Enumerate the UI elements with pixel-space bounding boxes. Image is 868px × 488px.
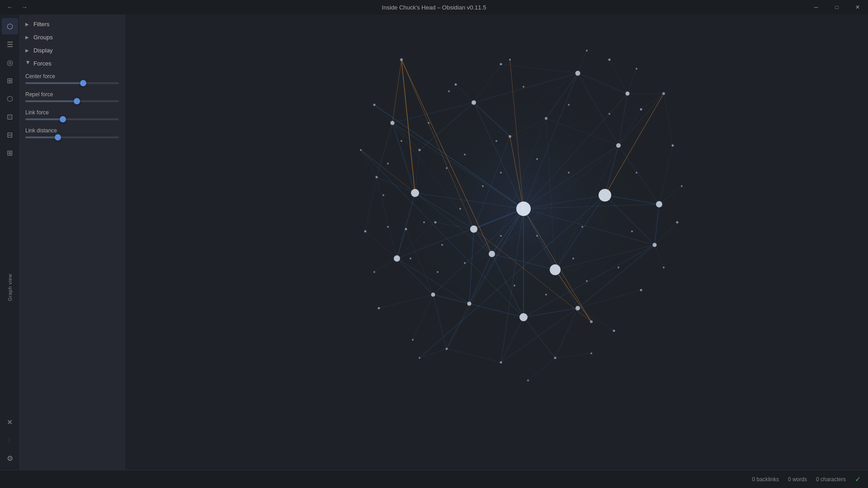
svg-point-192	[631, 230, 633, 232]
forces-header[interactable]: ▶ Forces	[20, 57, 124, 70]
svg-point-194	[609, 113, 610, 115]
svg-point-142	[446, 348, 448, 350]
backlinks-count: 0 backlinks	[752, 476, 779, 483]
svg-point-128	[609, 59, 611, 61]
svg-point-160	[626, 92, 630, 96]
svg-point-174	[519, 313, 528, 321]
sidebar-bottom: ✕ ⋮ ⚙	[2, 414, 18, 470]
back-button[interactable]: ←	[4, 1, 16, 14]
titlebar-nav: ← →	[4, 0, 31, 14]
svg-point-198	[482, 185, 484, 187]
svg-point-135	[663, 267, 665, 268]
char-count: 0 characters	[816, 476, 846, 483]
link-distance-thumb[interactable]	[55, 134, 61, 141]
svg-point-195	[568, 104, 570, 106]
filters-section: ▶ Filters	[20, 18, 124, 30]
svg-point-145	[378, 307, 380, 310]
sidebar-item-graph[interactable]: ⬡	[2, 18, 18, 34]
link-force-slider[interactable]	[25, 118, 119, 120]
window-controls: ─ □ ✕	[806, 0, 868, 14]
svg-point-204	[387, 163, 389, 164]
svg-point-161	[391, 121, 395, 125]
groups-label: Groups	[33, 34, 53, 41]
svg-point-157	[590, 320, 593, 323]
center-force-thumb[interactable]	[80, 80, 86, 86]
svg-point-181	[581, 226, 583, 228]
settings-icon[interactable]: ⚙	[2, 450, 18, 466]
link-force-item: Link force	[25, 109, 119, 120]
sidebar-item-network[interactable]: ⬡	[2, 90, 18, 107]
svg-point-156	[509, 135, 511, 138]
svg-point-163	[431, 293, 435, 297]
svg-point-166	[653, 243, 657, 247]
forces-chevron: ▶	[26, 61, 31, 66]
svg-point-183	[536, 235, 538, 237]
sidebar-item-table[interactable]: ⊞	[2, 145, 18, 161]
repel-force-thumb[interactable]	[74, 98, 80, 104]
svg-point-148	[360, 149, 362, 151]
svg-point-178	[500, 172, 502, 174]
svg-point-124	[448, 90, 450, 92]
svg-point-137	[613, 330, 615, 332]
close-panel-button[interactable]: ✕	[2, 414, 18, 430]
svg-point-155	[545, 117, 547, 120]
icon-sidebar: ⬡ ☰ ◎ ⊞ ⬡ ⊡ ⊟ ⊞ Graph view ✕ ⋮ ⚙	[0, 14, 20, 470]
svg-point-167	[411, 189, 419, 197]
titlebar: ← → Inside Chuck's Head – Obsidian v0.11…	[0, 0, 868, 14]
minimize-button[interactable]: ─	[806, 0, 826, 14]
forward-button[interactable]: →	[18, 1, 31, 14]
svg-point-150	[400, 58, 403, 61]
svg-point-189	[545, 294, 547, 296]
link-force-thumb[interactable]	[60, 116, 66, 122]
repel-force-slider[interactable]	[25, 100, 119, 102]
sidebar-item-menu[interactable]: ☰	[2, 36, 18, 52]
svg-point-185	[464, 262, 466, 264]
close-button[interactable]: ✕	[847, 0, 868, 14]
more-options-button[interactable]: ⋮	[2, 432, 18, 448]
filters-header[interactable]: ▶ Filters	[20, 18, 124, 30]
svg-point-164	[467, 302, 472, 306]
groups-header[interactable]: ▶ Groups	[20, 31, 124, 43]
svg-point-184	[500, 235, 502, 237]
repel-force-item: Repel force	[25, 91, 119, 102]
forces-content: Center force Repel force Lin	[20, 70, 124, 153]
app-body: ⬡ ☰ ◎ ⊞ ⬡ ⊡ ⊟ ⊞ Graph view ✕ ⋮ ⚙ ▶ Filte…	[0, 14, 868, 470]
svg-point-176	[446, 167, 448, 169]
center-force-label: Center force	[25, 73, 119, 80]
link-distance-fill	[25, 136, 58, 138]
svg-point-147	[364, 230, 367, 233]
svg-point-132	[672, 145, 674, 147]
sidebar-item-calendar[interactable]: ⊞	[2, 72, 18, 89]
svg-point-206	[428, 122, 429, 124]
svg-point-133	[681, 185, 683, 187]
statusbar-right: 0 backlinks 0 words 0 characters ✓	[752, 475, 861, 483]
restore-button[interactable]: □	[826, 0, 847, 14]
svg-point-134	[676, 221, 679, 224]
sidebar-item-tag[interactable]: ⊡	[2, 108, 18, 125]
link-force-fill	[25, 118, 63, 120]
svg-point-175	[516, 202, 531, 216]
svg-point-182	[572, 258, 574, 259]
svg-point-127	[586, 50, 588, 52]
sidebar-item-archive[interactable]: ⊟	[2, 127, 18, 143]
svg-point-139	[554, 357, 557, 359]
graph-canvas[interactable]	[125, 14, 868, 470]
word-count: 0 words	[788, 476, 807, 483]
center-force-slider[interactable]	[25, 82, 119, 84]
link-distance-slider[interactable]	[25, 136, 119, 138]
graph-area[interactable]	[125, 14, 868, 470]
svg-point-205	[401, 140, 402, 142]
svg-point-203	[382, 194, 384, 196]
svg-point-202	[387, 226, 389, 228]
svg-point-130	[640, 108, 642, 111]
svg-point-200	[423, 221, 425, 223]
svg-point-143	[419, 357, 420, 359]
svg-point-123	[455, 84, 457, 86]
svg-point-154	[419, 149, 421, 151]
groups-chevron: ▶	[25, 35, 31, 40]
svg-point-179	[536, 158, 538, 160]
center-force-item: Center force	[25, 73, 119, 84]
svg-point-159	[576, 71, 580, 76]
display-header[interactable]: ▶ Display	[20, 44, 124, 56]
sidebar-item-location[interactable]: ◎	[2, 54, 18, 70]
